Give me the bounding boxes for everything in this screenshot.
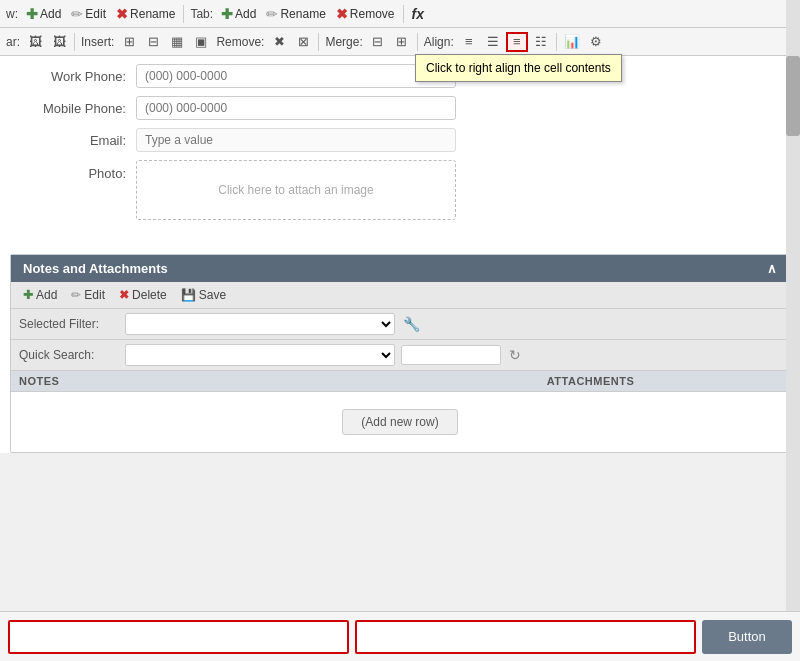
add-button[interactable]: ✚ Add <box>22 5 65 23</box>
rename-label: Rename <box>130 7 175 21</box>
quick-search-label: Quick Search: <box>19 348 119 362</box>
merge-btn1[interactable]: ⊟ <box>367 32 389 52</box>
align-right-btn[interactable]: ≡ <box>506 32 528 52</box>
bottom-bar: Button <box>0 611 800 661</box>
tab-rename-button[interactable]: ✏ Rename <box>262 5 329 23</box>
notes-columns: NOTES ATTACHMENTS <box>11 371 789 392</box>
align-center-btn[interactable]: ☰ <box>482 32 504 52</box>
edit-label: Edit <box>85 7 106 21</box>
add-new-row-button[interactable]: (Add new row) <box>342 409 457 435</box>
photo-row: Photo: Click here to attach an image <box>26 160 774 220</box>
sep4 <box>318 33 319 51</box>
align-justify-btn[interactable]: ☷ <box>530 32 552 52</box>
sep2 <box>403 5 404 23</box>
toolbar2-img-btn2[interactable]: 🖼 <box>48 32 70 52</box>
remove-btn1[interactable]: ✖ <box>268 32 290 52</box>
toolbar-label-left: w: <box>4 7 20 21</box>
email-input[interactable] <box>136 128 456 152</box>
insert-btn4[interactable]: ▣ <box>190 32 212 52</box>
photo-attach-box[interactable]: Click here to attach an image <box>136 160 456 220</box>
scrollbar-track <box>786 0 800 611</box>
tab-add-icon: ✚ <box>221 6 233 22</box>
toolbar2-ar-label: ar: <box>4 35 22 49</box>
work-phone-label: Work Phone: <box>26 69 136 84</box>
notes-search-row: Quick Search: ↻ <box>11 340 789 371</box>
notes-save-icon: 💾 <box>181 288 196 302</box>
notes-add-btn[interactable]: ✚ Add <box>19 286 61 304</box>
sep1 <box>183 5 184 23</box>
collapse-icon[interactable]: ∧ <box>767 261 777 276</box>
notes-delete-btn[interactable]: ✖ Delete <box>115 286 171 304</box>
notes-toolbar: ✚ Add ✏ Edit ✖ Delete 💾 Save <box>11 282 789 309</box>
bottom-button[interactable]: Button <box>702 620 792 654</box>
notes-add-label: Add <box>36 288 57 302</box>
selected-filter-label: Selected Filter: <box>19 317 119 331</box>
toolbar-row1: w: ✚ Add ✏ Edit ✖ Rename Tab: ✚ Add ✏ Re… <box>0 0 800 28</box>
sep6 <box>556 33 557 51</box>
notes-filter-row: Selected Filter: 🔧 <box>11 309 789 340</box>
toolbar2-img-btn1[interactable]: 🖼 <box>24 32 46 52</box>
bottom-value-input[interactable] <box>355 620 696 654</box>
tab-add-label: Add <box>235 7 256 21</box>
notes-body: (Add new row) <box>11 392 789 452</box>
insert-btn3[interactable]: ▦ <box>166 32 188 52</box>
selected-filter-select[interactable] <box>125 313 395 335</box>
scrollbar-thumb[interactable] <box>786 56 800 136</box>
tab-remove-label: Remove <box>350 7 395 21</box>
form-section: Work Phone: Mobile Phone: Email: Photo: … <box>10 56 790 244</box>
notes-section: Notes and Attachments ∧ ✚ Add ✏ Edit ✖ D… <box>10 254 790 453</box>
tab-add-button[interactable]: ✚ Add <box>217 5 260 23</box>
notes-edit-label: Edit <box>84 288 105 302</box>
align-label: Align: <box>422 35 456 49</box>
refresh-icon[interactable]: ↻ <box>507 345 523 365</box>
tab-remove-button[interactable]: ✖ Remove <box>332 5 399 23</box>
notes-header: Notes and Attachments ∧ <box>11 255 789 282</box>
edit-button[interactable]: ✏ Edit <box>67 5 110 23</box>
bottom-text-input[interactable] <box>8 620 349 654</box>
mobile-phone-label: Mobile Phone: <box>26 101 136 116</box>
merge-label: Merge: <box>323 35 364 49</box>
mobile-phone-row: Mobile Phone: <box>26 96 774 120</box>
extra-btn[interactable]: ⚙ <box>585 32 607 52</box>
tooltip-text: Click to right align the cell contents <box>426 61 611 75</box>
notes-delete-icon: ✖ <box>119 288 129 302</box>
notes-edit-icon: ✏ <box>71 288 81 302</box>
tooltip-box: Click to right align the cell contents <box>415 54 622 82</box>
email-row: Email: <box>26 128 774 152</box>
col-attachments: ATTACHMENTS <box>400 375 781 387</box>
edit-icon: ✏ <box>71 6 83 22</box>
notes-add-icon: ✚ <box>23 288 33 302</box>
tab-remove-icon: ✖ <box>336 6 348 22</box>
filter-settings-icon[interactable]: 🔧 <box>401 314 422 334</box>
col-notes: NOTES <box>19 375 400 387</box>
rename-button[interactable]: ✖ Rename <box>112 5 179 23</box>
notes-edit-btn[interactable]: ✏ Edit <box>67 286 109 304</box>
photo-label: Photo: <box>26 160 136 181</box>
insert-btn2[interactable]: ⊟ <box>142 32 164 52</box>
tab-rename-icon: ✏ <box>266 6 278 22</box>
insert-btn1[interactable]: ⊞ <box>118 32 140 52</box>
notes-save-label: Save <box>199 288 226 302</box>
work-phone-row: Work Phone: <box>26 64 774 88</box>
notes-delete-label: Delete <box>132 288 167 302</box>
mobile-phone-input[interactable] <box>136 96 456 120</box>
tab-label: Tab: <box>188 7 215 21</box>
remove-btn2[interactable]: ⊠ <box>292 32 314 52</box>
chart-btn[interactable]: 📊 <box>561 32 583 52</box>
tab-rename-label: Rename <box>280 7 325 21</box>
notes-title: Notes and Attachments <box>23 261 168 276</box>
fx-button[interactable]: fx <box>408 5 428 23</box>
merge-btn2[interactable]: ⊞ <box>391 32 413 52</box>
insert-label: Insert: <box>79 35 116 49</box>
add-icon: ✚ <box>26 6 38 22</box>
fx-label: fx <box>412 6 424 22</box>
notes-save-btn[interactable]: 💾 Save <box>177 286 230 304</box>
sep5 <box>417 33 418 51</box>
align-left-btn[interactable]: ≡ <box>458 32 480 52</box>
toolbar-row2: ar: 🖼 🖼 Insert: ⊞ ⊟ ▦ ▣ Remove: ✖ ⊠ Merg… <box>0 28 800 56</box>
add-label: Add <box>40 7 61 21</box>
quick-search-select[interactable] <box>125 344 395 366</box>
rename-icon: ✖ <box>116 6 128 22</box>
work-phone-input[interactable] <box>136 64 456 88</box>
quick-search-input[interactable] <box>401 345 501 365</box>
